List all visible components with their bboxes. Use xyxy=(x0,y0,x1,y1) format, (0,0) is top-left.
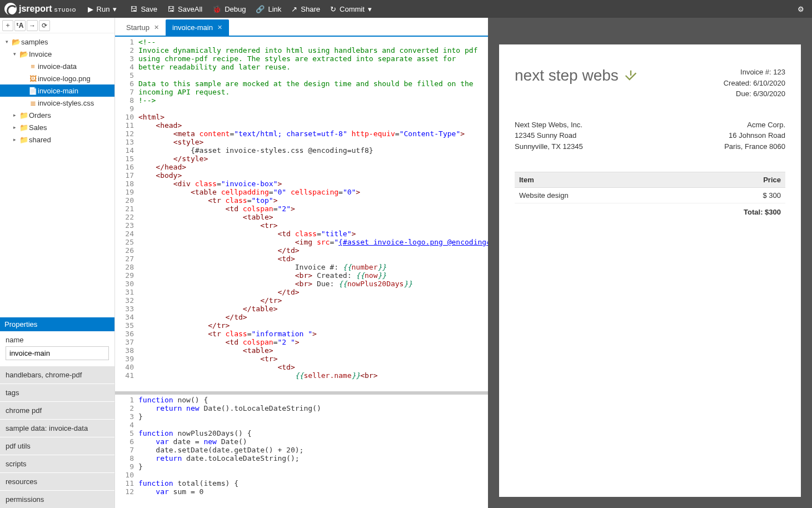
tree-item-invoice-styles.css[interactable]: ≣invoice-styles.css xyxy=(0,97,114,109)
brand-logo: jsreport STUDIO xyxy=(4,3,77,15)
company-logo-icon xyxy=(623,68,639,83)
properties-panel: name handlebars, chrome-pdftagschrome pd… xyxy=(0,331,114,508)
new-entity-button[interactable]: ＋ xyxy=(2,20,13,31)
share-button[interactable]: ↗Share xyxy=(291,5,320,13)
prop-section[interactable]: resources xyxy=(0,472,114,490)
tree-item-invoice-data[interactable]: ≡invoice-data xyxy=(0,60,114,72)
filter-button[interactable]: ᵗA xyxy=(14,20,26,31)
name-label: name xyxy=(0,331,114,346)
logo-mark-icon xyxy=(4,3,17,15)
entity-tree: ▾📂samples▾📂Invoice≡invoice-data🖼invoice-… xyxy=(0,33,114,148)
preview-meta: Invoice #: 123 Created: 6/10/2020 Due: 6… xyxy=(724,67,785,99)
play-icon: ▶ xyxy=(88,5,93,13)
saveall-button[interactable]: 🖫SaveAll xyxy=(167,5,202,13)
helpers-editor[interactable]: 123456789101112 function now() { return … xyxy=(115,391,488,508)
history-icon: ↻ xyxy=(330,5,336,13)
items-header: ItemPrice xyxy=(515,172,785,188)
brand-name: jsreport xyxy=(19,4,52,14)
close-icon[interactable]: ✕ xyxy=(217,24,222,31)
tab-bar: Startup✕invoice-main✕ xyxy=(115,18,488,37)
tree-item-Invoice[interactable]: ▾📂Invoice xyxy=(0,48,114,60)
close-icon[interactable]: ✕ xyxy=(154,24,159,31)
buyer-address: Acme Corp. 16 Johnson Road Paris, France… xyxy=(724,119,785,152)
refresh-button[interactable]: ⟳ xyxy=(39,20,50,31)
brand-sub: STUDIO xyxy=(54,7,77,13)
tree-item-samples[interactable]: ▾📂samples xyxy=(0,36,114,48)
preview-document: next step webs Invoice #: 123 Created: 6… xyxy=(499,44,801,497)
bug-icon: 🐞 xyxy=(212,5,221,13)
link-icon: 🔗 xyxy=(256,5,265,13)
name-input[interactable] xyxy=(6,346,109,360)
commit-button[interactable]: ↻Commit▾ xyxy=(330,5,375,13)
prop-section[interactable]: scripts xyxy=(0,455,114,472)
tree-item-invoice-main[interactable]: 📄invoice-main xyxy=(0,84,114,97)
debug-button[interactable]: 🐞Debug xyxy=(212,5,246,13)
top-toolbar: jsreport STUDIO ▶Run▾ 🖫Save 🖫SaveAll 🐞De… xyxy=(0,0,812,18)
tree-item-Sales[interactable]: ▸📁Sales xyxy=(0,121,114,133)
share-icon: ↗ xyxy=(291,5,297,13)
prop-section[interactable]: pdf utils xyxy=(0,437,114,455)
seller-address: Next Step Webs, Inc. 12345 Sunny Road Su… xyxy=(515,119,583,152)
prop-section[interactable]: tags xyxy=(0,384,114,401)
sidebar: ＋ ᵗA → ⟳ ▾📂samples▾📂Invoice≡invoice-data… xyxy=(0,18,115,508)
prop-section[interactable]: permissions xyxy=(0,490,114,508)
run-button[interactable]: ▶Run▾ xyxy=(88,5,121,13)
tree-item-invoice-logo.png[interactable]: 🖼invoice-logo.png xyxy=(0,72,114,84)
prop-section[interactable]: handlebars, chrome-pdf xyxy=(0,366,114,384)
preview-pane: next step webs Invoice #: 123 Created: 6… xyxy=(488,18,812,508)
tree-item-Orders[interactable]: ▸📁Orders xyxy=(0,109,114,121)
floppy-icon: 🖫 xyxy=(130,5,137,13)
template-editor[interactable]: 1234567891011121314151617181920212223242… xyxy=(115,37,488,391)
properties-header: Properties xyxy=(0,317,114,331)
tab-invoice-main[interactable]: invoice-main✕ xyxy=(166,19,229,36)
floppy-stack-icon: 🖫 xyxy=(167,5,175,13)
settings-button[interactable]: ⚙ xyxy=(798,5,808,13)
tab-Startup[interactable]: Startup✕ xyxy=(119,19,166,36)
caret-down-icon: ▾ xyxy=(368,5,372,13)
preview-company: next step webs xyxy=(515,67,639,84)
center-pane: Startup✕invoice-main✕ 123456789101112131… xyxy=(115,18,488,508)
sidebar-toolbar: ＋ ᵗA → ⟳ xyxy=(0,18,114,33)
caret-down-icon: ▾ xyxy=(113,5,117,13)
collapse-button[interactable]: → xyxy=(27,20,38,31)
total: Total: $300 xyxy=(515,203,785,221)
save-button[interactable]: 🖫Save xyxy=(130,5,157,13)
tree-item-shared[interactable]: ▸📁shared xyxy=(0,133,114,146)
prop-section[interactable]: chrome pdf xyxy=(0,401,114,419)
link-button[interactable]: 🔗Link xyxy=(256,5,281,13)
item-row: Website design$ 300 xyxy=(515,188,785,203)
gear-icon: ⚙ xyxy=(798,5,804,13)
prop-section[interactable]: sample data: invoice-data xyxy=(0,419,114,437)
